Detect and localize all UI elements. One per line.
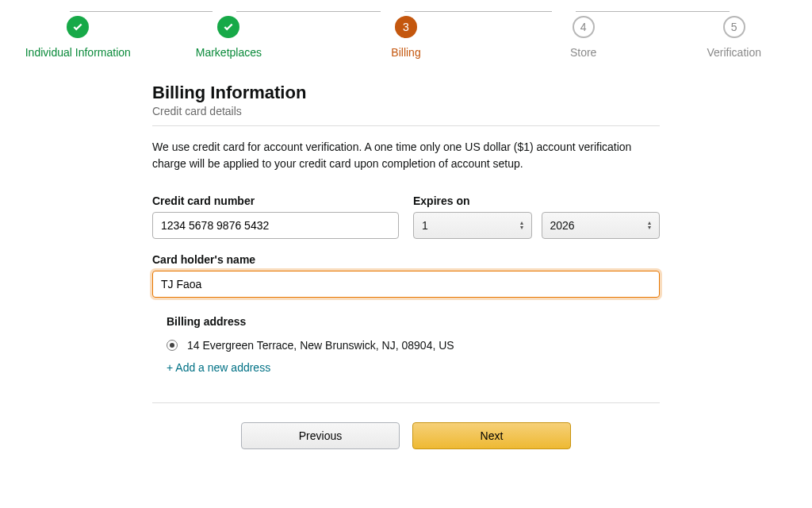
step-line bbox=[576, 11, 730, 12]
step-line bbox=[404, 11, 552, 12]
chevron-updown-icon: ▴▾ bbox=[648, 221, 651, 230]
step-number-icon: 3 bbox=[395, 16, 417, 38]
add-new-address-link[interactable]: + Add a new address bbox=[167, 361, 660, 374]
check-icon bbox=[67, 16, 89, 38]
intro-text: We use credit card for account verificat… bbox=[152, 139, 660, 172]
cc-label: Credit card number bbox=[152, 194, 399, 207]
radio-icon[interactable] bbox=[167, 340, 178, 351]
divider bbox=[152, 125, 660, 126]
billing-address-heading: Billing address bbox=[167, 315, 660, 328]
page-subtitle: Credit card details bbox=[152, 105, 660, 117]
address-text: 14 Evergreen Terrace, New Brunswick, NJ,… bbox=[187, 339, 454, 352]
step-number-icon: 4 bbox=[573, 16, 595, 38]
step-marketplaces: Marketplaces bbox=[140, 16, 318, 59]
step-label: Verification bbox=[707, 46, 761, 59]
page-title: Billing Information bbox=[152, 83, 660, 103]
expires-label: Expires on bbox=[413, 194, 660, 207]
step-line bbox=[70, 11, 213, 12]
holder-label: Card holder's name bbox=[152, 253, 660, 266]
nav-buttons: Previous Next bbox=[152, 402, 660, 449]
credit-card-input[interactable] bbox=[152, 212, 399, 239]
previous-button[interactable]: Previous bbox=[241, 422, 400, 449]
progress-stepper: Individual Information Marketplaces 3 Bi… bbox=[0, 0, 812, 59]
expiry-year-select[interactable]: 2026 ▴▾ bbox=[542, 212, 661, 239]
step-billing: 3 Billing bbox=[317, 16, 495, 59]
step-label: Individual Information bbox=[25, 46, 131, 59]
step-label: Billing bbox=[391, 46, 420, 59]
step-verification: 5 Verification bbox=[672, 16, 796, 59]
billing-address-option[interactable]: 14 Evergreen Terrace, New Brunswick, NJ,… bbox=[167, 339, 660, 352]
step-line bbox=[236, 11, 381, 12]
billing-card: Billing Information Credit card details … bbox=[152, 83, 660, 449]
expiry-month-select[interactable]: 1 ▴▾ bbox=[413, 212, 532, 239]
check-icon bbox=[217, 16, 239, 38]
next-button[interactable]: Next bbox=[412, 422, 571, 449]
chevron-updown-icon: ▴▾ bbox=[520, 221, 523, 230]
step-label: Store bbox=[570, 46, 596, 59]
billing-address-block: Billing address 14 Evergreen Terrace, Ne… bbox=[152, 315, 660, 374]
step-label: Marketplaces bbox=[196, 46, 262, 59]
step-number-icon: 5 bbox=[723, 16, 745, 38]
card-holder-input[interactable] bbox=[152, 271, 660, 298]
step-store: 4 Store bbox=[495, 16, 672, 59]
step-individual-information: Individual Information bbox=[16, 16, 140, 59]
